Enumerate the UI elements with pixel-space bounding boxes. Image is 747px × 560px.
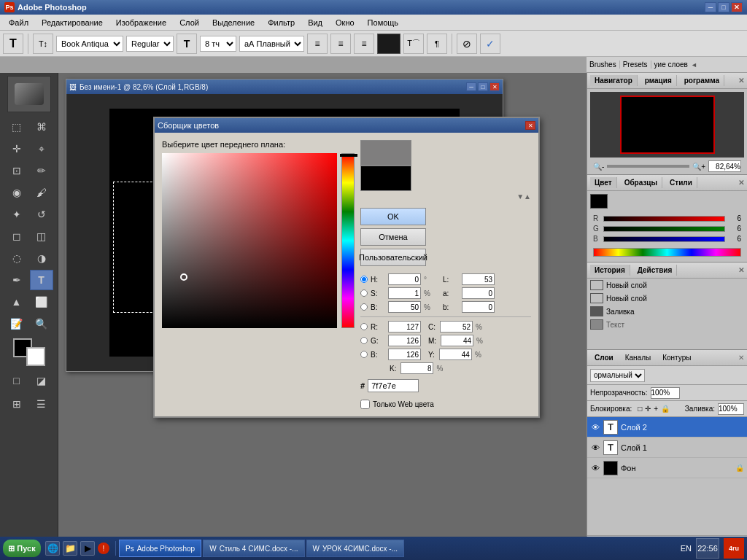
hue-slider[interactable] (341, 153, 355, 328)
font-style-select[interactable]: Regular (126, 36, 174, 52)
cs-button[interactable]: ☰ (30, 394, 53, 414)
brush-tool[interactable]: 🖌 (30, 182, 53, 203)
font-family-select[interactable]: Book Antiqua (56, 36, 123, 52)
history-item-1[interactable]: Новый слой (587, 292, 747, 305)
quick-ie[interactable]: 🌐 (45, 541, 60, 556)
background-color[interactable] (26, 347, 45, 366)
menu-window[interactable]: Окно (330, 17, 360, 28)
eyedropper-tool[interactable]: ✏ (30, 160, 53, 181)
s-radio[interactable] (360, 289, 368, 297)
quick-folder[interactable]: 📁 (63, 541, 77, 556)
clone-tool[interactable]: ✦ (5, 204, 28, 225)
picker-custom-button[interactable]: Пользовательский (360, 249, 426, 266)
notes-tool[interactable]: 📝 (5, 314, 28, 334)
paths-tab[interactable]: Контуры (658, 352, 695, 363)
history-brush-tool[interactable]: ↺ (30, 204, 53, 225)
opacity-input[interactable]: 100% (651, 387, 680, 399)
align-right-button[interactable]: ≡ (354, 34, 374, 54)
minimize-button[interactable]: ─ (705, 2, 716, 12)
history-panel-close[interactable]: ✕ (738, 266, 744, 274)
swatches-tab[interactable]: Образцы (620, 177, 662, 188)
align-center-button[interactable]: ≡ (330, 34, 351, 54)
maximize-button[interactable]: □ (718, 2, 729, 12)
r-slider[interactable] (603, 216, 725, 222)
info-tab[interactable]: рмация (640, 75, 677, 86)
blend-mode-select[interactable]: ормальный (590, 369, 645, 382)
menu-edit[interactable]: Редактирование (36, 17, 109, 28)
picker-cancel-button[interactable]: Отмена (360, 228, 426, 246)
eye-icon-0[interactable]: 👁 (590, 423, 600, 432)
k-input[interactable]: 8 (400, 362, 433, 374)
blur-tool[interactable]: ◌ (5, 248, 28, 268)
menu-layer[interactable]: Слой (174, 17, 205, 28)
presets-tab[interactable]: Presets (619, 61, 648, 69)
m-input[interactable]: 44 (441, 335, 473, 346)
doc-close[interactable]: ✕ (489, 82, 500, 91)
menu-image[interactable]: Изображение (110, 17, 172, 28)
histogram-tab[interactable]: рограмма (680, 75, 724, 86)
c-input[interactable]: 52 (440, 321, 473, 332)
b-radio[interactable] (360, 303, 368, 311)
pen-tool[interactable]: ✒ (5, 270, 28, 290)
text-orientation-button[interactable]: T↕ (33, 34, 53, 54)
aa-mode-select[interactable]: аА Плавный (239, 36, 304, 52)
g-slider[interactable] (603, 226, 725, 232)
color-gradient-field[interactable] (162, 153, 337, 328)
close-button[interactable]: ✕ (731, 2, 743, 12)
dodge-tool[interactable]: ◑ (30, 248, 53, 268)
r-input[interactable]: 127 (388, 321, 421, 332)
doc-minimize[interactable]: ─ (466, 82, 476, 91)
navigator-close[interactable]: ✕ (738, 77, 744, 85)
layer-item-2[interactable]: 👁 Фон 🔒 (587, 458, 747, 478)
eyedropper-tool2[interactable]: 🔍 (30, 314, 53, 334)
menu-select[interactable]: Выделение (206, 17, 260, 28)
font-size-select[interactable]: 8 тч (200, 36, 236, 52)
quick-app[interactable]: ! (98, 542, 109, 554)
quick-media[interactable]: ▶ (80, 541, 95, 556)
zoom-minus-icon[interactable]: 🔍- (593, 163, 604, 171)
gradient-tool[interactable]: ◫ (30, 226, 53, 246)
l-input[interactable]: 53 (462, 273, 495, 285)
b-slider[interactable] (603, 236, 725, 242)
b2-radio[interactable] (360, 351, 368, 358)
eye-icon-2[interactable]: 👁 (590, 464, 600, 472)
r-radio[interactable] (360, 323, 368, 330)
h-radio[interactable] (360, 276, 368, 283)
path-selection-tool[interactable]: ▲ (5, 292, 28, 312)
doc-maximize[interactable]: □ (478, 82, 488, 91)
menu-filter[interactable]: Фильтр (262, 17, 301, 28)
history-tab[interactable]: История (590, 265, 630, 276)
shape-tool[interactable]: ⬜ (30, 292, 53, 312)
menu-file[interactable]: Файл (3, 17, 34, 28)
history-item-3[interactable]: Текст (587, 318, 747, 331)
g-radio[interactable] (360, 337, 368, 344)
b3-input[interactable]: 0 (462, 301, 495, 313)
screen-mode-button[interactable]: ⊞ (5, 394, 28, 414)
g-input[interactable]: 126 (388, 335, 421, 346)
marquee-tool[interactable]: ⬚ (5, 117, 28, 137)
history-item-2[interactable]: Заливка (587, 305, 747, 318)
panel-arrow[interactable]: ◄ (691, 61, 697, 69)
menu-help[interactable]: Помощь (362, 17, 405, 28)
s-input[interactable]: 1 (388, 287, 421, 299)
quick-mask-on[interactable]: ◪ (30, 370, 53, 391)
layer-item-1[interactable]: 👁 T Слой 1 (587, 438, 747, 458)
crop-tool[interactable]: ⊡ (5, 160, 28, 181)
text-color-swatch[interactable] (377, 34, 400, 54)
zoom-slider[interactable] (607, 165, 689, 168)
b-input[interactable]: 50 (388, 301, 421, 313)
h-input[interactable]: 0 (388, 273, 421, 285)
picker-ok-button[interactable]: OK (360, 208, 426, 225)
align-left-button[interactable]: ≡ (307, 34, 328, 54)
layers-panel-close[interactable]: ✕ (738, 354, 744, 362)
b2-input[interactable]: 126 (388, 349, 421, 360)
layer-item-0[interactable]: 👁 T Слой 2 (587, 417, 747, 438)
web-only-checkbox[interactable] (360, 400, 370, 409)
zoom-value-input[interactable]: 82,64% (708, 160, 741, 172)
picker-close-button[interactable]: ✕ (525, 121, 535, 130)
text-tool-button[interactable]: T (3, 34, 23, 54)
channels-tab[interactable]: Каналы (621, 352, 656, 363)
taskbar-photoshop[interactable]: Ps Adobe Photoshop (119, 540, 201, 557)
menu-view[interactable]: Вид (302, 17, 328, 28)
fill-input[interactable]: 100% (718, 403, 744, 415)
